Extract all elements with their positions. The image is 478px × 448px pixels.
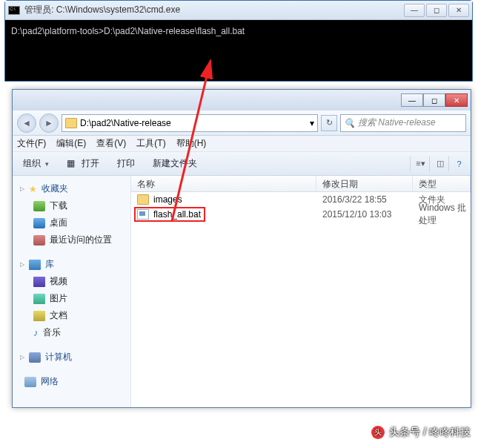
watermark-icon: 头	[371, 426, 385, 439]
forward-button[interactable]: ►	[39, 113, 59, 133]
sidebar-item-music[interactable]: ♪音乐	[13, 324, 130, 341]
sidebar-network[interactable]: 网络	[13, 373, 130, 390]
menu-help[interactable]: 帮助(H)	[176, 137, 207, 150]
recent-icon	[33, 235, 45, 246]
batch-file-icon	[137, 209, 149, 220]
maximize-button[interactable]: ◻	[423, 93, 445, 107]
file-date: 2015/12/10 13:03	[316, 209, 413, 220]
cmd-icon	[8, 6, 20, 15]
watermark-text: 头条号 / 咚咚科技	[389, 426, 471, 439]
file-list: 名称 修改日期 类型 images 2016/3/22 18:55 文件夹 fl…	[131, 176, 471, 407]
print-button[interactable]: 打印	[113, 156, 139, 171]
file-type: Windows 批处理	[413, 202, 471, 227]
close-button[interactable]: ✕	[448, 4, 469, 17]
folder-icon	[137, 194, 149, 205]
organize-button[interactable]: 组织	[19, 156, 53, 171]
picture-icon	[33, 294, 45, 304]
menu-view[interactable]: 查看(V)	[96, 137, 126, 150]
toolbar: 组织 ▦打开 打印 新建文件夹 ≡▾ ◫ ?	[13, 152, 471, 176]
menu-edit[interactable]: 编辑(E)	[56, 137, 86, 150]
file-row[interactable]: flash_all.bat 2015/12/10 13:03 Windows 批…	[131, 207, 471, 222]
sidebar-item-downloads[interactable]: 下载	[13, 197, 130, 214]
open-icon: ▦	[67, 158, 79, 170]
sidebar-item-desktop[interactable]: 桌面	[13, 214, 130, 231]
sidebar-favorites[interactable]: ▷★收藏夹	[13, 180, 130, 197]
menu-file[interactable]: 文件(F)	[17, 137, 46, 150]
library-icon	[29, 260, 41, 270]
minimize-button[interactable]: —	[404, 4, 425, 17]
folder-icon	[65, 118, 77, 128]
music-icon: ♪	[33, 327, 39, 338]
address-dropdown-icon[interactable]: ▾	[310, 118, 314, 128]
cmd-window: 管理员: C:\Windows\system32\cmd.exe — ◻ ✕ D…	[4, 0, 473, 82]
preview-pane-button[interactable]: ◫	[429, 157, 445, 171]
back-button[interactable]: ◄	[17, 113, 36, 133]
close-button[interactable]: ✕	[445, 93, 468, 107]
desktop-icon	[33, 218, 45, 228]
file-name: images	[153, 194, 182, 205]
download-icon	[33, 201, 45, 211]
column-header-type[interactable]: 类型	[413, 176, 471, 191]
file-date: 2016/3/22 18:55	[316, 194, 413, 205]
address-text: D:\pad2\Native-release	[80, 118, 171, 128]
maximize-button[interactable]: ◻	[426, 4, 447, 17]
file-name: flash_all.bat	[153, 209, 201, 220]
sidebar-item-video[interactable]: 视频	[13, 273, 130, 290]
cmd-title: 管理员: C:\Windows\system32\cmd.exe	[24, 4, 404, 16]
sidebar: ▷★收藏夹 下载 桌面 最近访问的位置 ▷库 视频 图片 文档 ♪音乐 ▷计算机…	[13, 176, 131, 407]
video-icon	[33, 277, 45, 287]
document-icon	[33, 311, 45, 321]
cmd-output[interactable]: D:\pad2\platform-tools>D:\pad2\Native-re…	[5, 20, 472, 81]
watermark: 头 头条号 / 咚咚科技	[371, 426, 471, 439]
menu-tools[interactable]: 工具(T)	[136, 137, 165, 150]
open-button[interactable]: ▦打开	[62, 156, 104, 171]
menu-bar: 文件(F) 编辑(E) 查看(V) 工具(T) 帮助(H)	[13, 136, 471, 152]
sidebar-libraries[interactable]: ▷库	[13, 256, 130, 273]
refresh-button[interactable]: ↻	[321, 115, 337, 131]
column-header-row: 名称 修改日期 类型	[131, 176, 471, 192]
column-header-name[interactable]: 名称	[131, 176, 316, 191]
sidebar-item-recent[interactable]: 最近访问的位置	[13, 231, 130, 248]
nav-row: ◄ ► D:\pad2\Native-release ▾ ↻ 🔍 搜索 Nati…	[13, 111, 471, 136]
new-folder-button[interactable]: 新建文件夹	[148, 156, 202, 171]
sidebar-computer[interactable]: ▷计算机	[13, 349, 130, 366]
column-header-date[interactable]: 修改日期	[316, 176, 413, 191]
sidebar-item-pictures[interactable]: 图片	[13, 290, 130, 307]
search-placeholder: 搜索 Native-release	[358, 116, 436, 129]
sidebar-item-documents[interactable]: 文档	[13, 307, 130, 324]
minimize-button[interactable]: —	[401, 93, 423, 107]
address-bar[interactable]: D:\pad2\Native-release ▾	[62, 114, 318, 132]
view-options-button[interactable]: ≡▾	[410, 157, 426, 171]
search-input[interactable]: 🔍 搜索 Native-release	[340, 114, 466, 132]
explorer-window: — ◻ ✕ ◄ ► D:\pad2\Native-release ▾ ↻ 🔍 搜…	[12, 89, 471, 408]
computer-icon	[29, 352, 41, 363]
cmd-titlebar[interactable]: 管理员: C:\Windows\system32\cmd.exe — ◻ ✕	[5, 1, 472, 20]
network-icon	[24, 377, 36, 387]
explorer-titlebar[interactable]: — ◻ ✕	[13, 90, 471, 111]
search-icon: 🔍	[344, 118, 355, 128]
help-button[interactable]: ?	[448, 157, 465, 171]
